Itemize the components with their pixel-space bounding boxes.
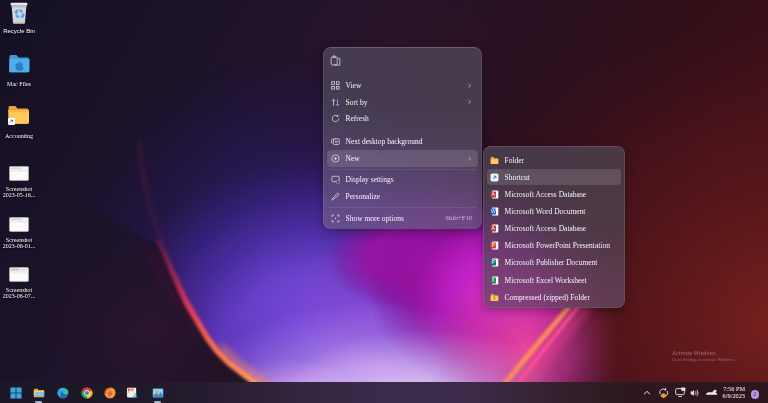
svg-text:W: W <box>491 209 496 214</box>
